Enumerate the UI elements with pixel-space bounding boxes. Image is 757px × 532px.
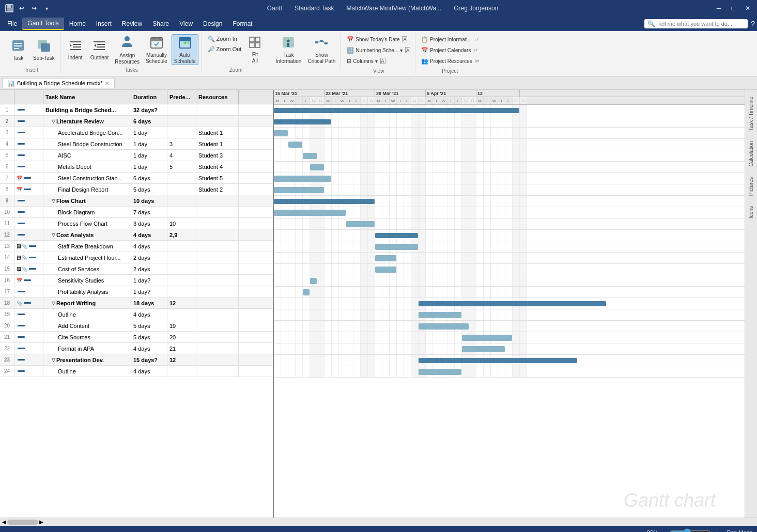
gantt-cell bbox=[462, 128, 469, 138]
gantt-cell bbox=[361, 184, 368, 195]
project-calendars-btn[interactable]: 📅 Project Calendars ⇄ bbox=[420, 45, 481, 55]
menu-search[interactable]: 🔍 bbox=[644, 19, 748, 28]
table-row[interactable]: 7📅Steel Construction Stan...6 daysStuden… bbox=[0, 173, 273, 184]
table-row[interactable]: 23▽ Presentation Dev.15 days?12 bbox=[0, 354, 273, 366]
table-row[interactable]: 24Outline4 days bbox=[0, 366, 273, 377]
table-row[interactable]: 13🖼📎Staff Rate Breakdown4 days bbox=[0, 241, 273, 252]
gantt-cell bbox=[339, 309, 346, 320]
manually-schedule-btn[interactable]: ManuallySchedule bbox=[144, 34, 169, 65]
redo-btn[interactable]: ↪ bbox=[29, 3, 39, 13]
sidebar-tab-timeline[interactable]: Task / Timeline bbox=[746, 92, 756, 135]
table-row[interactable]: 12▽ Cost Analysis4 days2,9 bbox=[0, 229, 273, 241]
sub-task-btn[interactable]: Sub-Task bbox=[31, 34, 57, 65]
menu-insert[interactable]: Insert bbox=[91, 18, 117, 29]
quick-access-btn[interactable]: ▾ bbox=[41, 3, 52, 13]
search-input[interactable] bbox=[657, 21, 740, 27]
tab-user[interactable]: Greg Jorgenson bbox=[454, 5, 498, 12]
zoom-in-btn[interactable]: 🔍 Zoom In bbox=[206, 34, 243, 43]
tab-standard-task[interactable]: Standard Task bbox=[295, 5, 334, 12]
scroll-thumb[interactable] bbox=[7, 520, 38, 525]
table-row[interactable]: 6Metals Depot1 day5Student 4 bbox=[0, 161, 273, 173]
table-row[interactable]: 15🖼📎Cost of Services2 days bbox=[0, 263, 273, 275]
doc-tab-close[interactable]: ✕ bbox=[105, 81, 109, 86]
close-btn[interactable]: ✕ bbox=[743, 3, 753, 13]
ribbon-group-info-content: TaskInformation ShowCritical Path bbox=[273, 33, 337, 69]
table-row[interactable]: 1Building a Bridge Sched...32 days? bbox=[0, 104, 273, 116]
menu-file[interactable]: File bbox=[2, 18, 22, 29]
show-critical-path-btn[interactable]: ShowCritical Path bbox=[305, 34, 337, 65]
row-predecessors-15 bbox=[167, 263, 196, 274]
task-btn[interactable]: Task bbox=[7, 34, 29, 65]
svg-rect-39 bbox=[325, 42, 328, 44]
sidebar-tab-icons[interactable]: Icons bbox=[746, 201, 756, 223]
gantt-cell bbox=[303, 230, 310, 241]
row-num-23: 23 bbox=[0, 354, 14, 365]
gantt-cell bbox=[390, 366, 397, 377]
indent-btn[interactable]: Indent bbox=[65, 34, 86, 65]
tab-gantt[interactable]: Gantt bbox=[267, 5, 282, 12]
project-resources-btn[interactable]: 👥 Project Resources ⇄ bbox=[420, 56, 481, 66]
table-row[interactable]: 9▽ Flow Chart10 days bbox=[0, 195, 273, 207]
table-row[interactable]: 17Profitability Analysis1 day? bbox=[0, 286, 273, 298]
menu-share[interactable]: Share bbox=[147, 18, 174, 29]
menu-format[interactable]: Format bbox=[227, 18, 257, 29]
table-row[interactable]: 3Accelerated Bridge Con...1 dayStudent 1 bbox=[0, 127, 273, 138]
zoom-increase-icon[interactable]: + bbox=[715, 529, 718, 532]
menu-gantt-tools[interactable]: Gantt Tools bbox=[22, 18, 64, 30]
tab-matchware[interactable]: MatchWare MindView (MatchWa... bbox=[347, 5, 442, 12]
assign-resources-btn[interactable]: AssignResources bbox=[113, 34, 142, 65]
gantt-cell bbox=[288, 321, 296, 332]
outdent-btn[interactable]: Outdent bbox=[88, 34, 111, 65]
row-num-19: 19 bbox=[0, 309, 14, 320]
gantt-cell bbox=[426, 207, 433, 218]
table-row[interactable]: 20Add Content5 days19 bbox=[0, 320, 273, 332]
table-row[interactable]: 2▽ Literature Review6 days bbox=[0, 116, 273, 127]
table-row[interactable]: 19Outline4 days bbox=[0, 309, 273, 320]
zoom-slider[interactable] bbox=[670, 528, 711, 532]
maximize-btn[interactable]: □ bbox=[728, 3, 738, 13]
minimize-btn[interactable]: ─ bbox=[714, 3, 724, 13]
zoom-decrease-icon[interactable]: − bbox=[662, 529, 666, 532]
sidebar-tab-pictures[interactable]: Pictures bbox=[746, 173, 756, 200]
help-btn[interactable]: ? bbox=[751, 20, 755, 28]
menu-design[interactable]: Design bbox=[198, 18, 227, 29]
menu-view[interactable]: View bbox=[174, 18, 198, 29]
menu-home[interactable]: Home bbox=[64, 18, 91, 29]
scroll-left-btn[interactable]: ◀ bbox=[2, 519, 6, 525]
gantt-cell bbox=[447, 275, 455, 286]
ribbon-group-zoom-content: 🔍 Zoom In 🔎 Zoom Out bbox=[206, 33, 266, 66]
save-icon-btn[interactable] bbox=[4, 3, 14, 13]
show-todays-date-btn[interactable]: 📅 Show Today's Date A bbox=[345, 34, 412, 44]
table-row[interactable]: 16📅Sensitivity Studies1 day? bbox=[0, 275, 273, 286]
table-row[interactable]: 8📅Final Design Report5 daysStudent 2 bbox=[0, 184, 273, 195]
gantt-day-13: S bbox=[368, 97, 375, 104]
fit-all-btn[interactable]: FitAll bbox=[244, 34, 266, 65]
columns-btn[interactable]: ⊞ Columns ▾ A bbox=[345, 56, 412, 66]
scroll-right-btn[interactable]: ▶ bbox=[39, 519, 43, 525]
table-row[interactable]: 21Cite Sources5 days20 bbox=[0, 332, 273, 343]
table-row[interactable]: 22Format in APA4 days21 bbox=[0, 343, 273, 354]
table-row[interactable]: 4Steel Bridge Construction1 day3Student … bbox=[0, 138, 273, 150]
zoom-out-btn[interactable]: 🔎 Zoom Out bbox=[206, 44, 243, 54]
numbering-scheme-btn[interactable]: 🔢 Numbering Sche... ▾ A bbox=[345, 45, 412, 55]
gantt-cell bbox=[433, 287, 440, 298]
gantt-cell bbox=[484, 253, 491, 263]
row-resources-11 bbox=[196, 218, 239, 229]
table-row[interactable]: 11Process Flow Chart3 days10 bbox=[0, 218, 273, 229]
row-icons-17 bbox=[14, 286, 43, 297]
auto-schedule-btn[interactable]: AutoSchedule bbox=[172, 34, 198, 65]
task-information-btn[interactable]: TaskInformation bbox=[273, 34, 303, 65]
doc-tab-bridge[interactable]: 📊 Building a Bridge Schedule.mvdx* ✕ bbox=[2, 78, 115, 88]
project-info-btn[interactable]: 📋 Project Informati... ⇄ bbox=[420, 34, 481, 44]
table-row[interactable]: 18📎▽ Report Writing18 days12 bbox=[0, 298, 273, 309]
sidebar-tab-calculation[interactable]: Calculation bbox=[746, 136, 756, 171]
table-row[interactable]: 5AISC1 day4Student 3 bbox=[0, 150, 273, 161]
gantt-cell bbox=[325, 150, 332, 161]
gantt-cell bbox=[498, 218, 505, 229]
gantt-cell bbox=[310, 218, 317, 229]
undo-btn[interactable]: ↩ bbox=[17, 3, 27, 13]
table-row[interactable]: 14🖼📎Estimated Project Hour...2 days bbox=[0, 252, 273, 263]
table-row[interactable]: 10Block Diagram7 days bbox=[0, 207, 273, 218]
gantt-cell bbox=[462, 241, 469, 252]
menu-review[interactable]: Review bbox=[117, 18, 147, 29]
